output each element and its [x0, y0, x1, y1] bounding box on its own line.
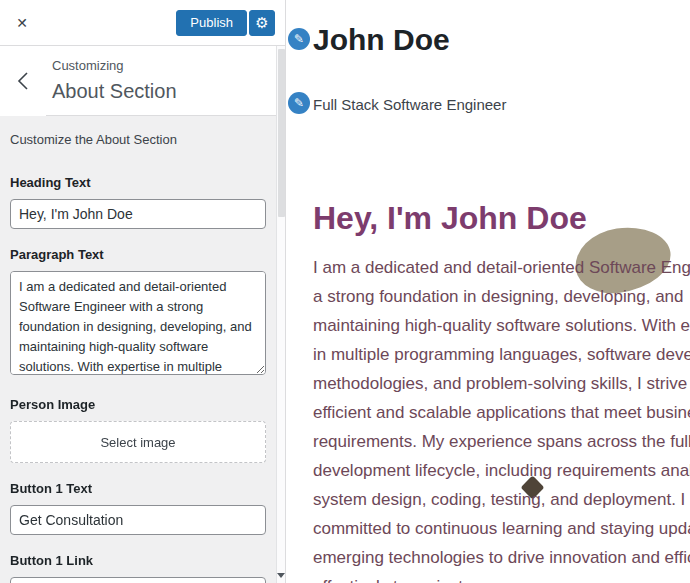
paragraph-line: a strong foundation in designing, develo…	[313, 282, 690, 311]
site-preview: ✎ John Doe ✎ Full Stack Software Enginee…	[286, 0, 690, 583]
paragraph-line: I am a dedicated and detail-oriented Sof…	[313, 253, 690, 282]
person-image-control: Person Image Select image	[10, 397, 266, 463]
button1-text-label: Button 1 Text	[10, 481, 266, 496]
tagline-row: ✎ Full Stack Software Engineer	[313, 94, 690, 116]
customizer-app: ✕ Publish ⚙ Customizing About Section Cu…	[0, 0, 690, 583]
gear-icon: ⚙	[255, 15, 268, 30]
button1-link-control: Button 1 Link	[10, 553, 266, 583]
paragraph-line: requirements. My experience spans across…	[313, 427, 690, 456]
close-button[interactable]: ✕	[0, 0, 44, 45]
section-titles: Customizing About Section	[46, 58, 177, 103]
select-image-button[interactable]: Select image	[10, 421, 266, 463]
customizer-sidebar: ✕ Publish ⚙ Customizing About Section Cu…	[0, 0, 286, 583]
section-header: Customizing About Section	[0, 46, 285, 116]
section-title: About Section	[52, 80, 177, 103]
button1-text-input[interactable]	[10, 505, 266, 535]
edit-site-title-button[interactable]: ✎	[288, 28, 310, 50]
scrollbar-thumb[interactable]	[278, 49, 285, 217]
pencil-icon: ✎	[294, 97, 304, 109]
paragraph-line: effectively to project success.	[313, 572, 690, 583]
publish-group: Publish ⚙	[176, 10, 285, 36]
publish-settings-button[interactable]: ⚙	[249, 10, 275, 36]
controls-list: Heading Text Paragraph Text I am a dedic…	[0, 157, 276, 583]
heading-text-input[interactable]	[10, 199, 266, 229]
about-heading: Hey, I'm John Doe	[313, 200, 690, 237]
button1-link-input[interactable]	[10, 577, 266, 583]
heading-text-control: Heading Text	[10, 175, 266, 229]
publish-button[interactable]: Publish	[176, 10, 247, 36]
customizer-topbar: ✕ Publish ⚙	[0, 0, 285, 46]
section-description: Customize the About Section	[0, 116, 276, 157]
button1-link-label: Button 1 Link	[10, 553, 266, 568]
paragraph-line: committed to continuous learning and sta…	[313, 514, 690, 543]
site-title-row: ✎ John Doe	[313, 22, 690, 57]
person-image-label: Person Image	[10, 397, 266, 412]
paragraph-line: system design, coding, testing, and depl…	[313, 485, 690, 514]
back-button[interactable]	[0, 46, 46, 116]
paragraph-text-label: Paragraph Text	[10, 247, 266, 262]
close-icon: ✕	[16, 15, 28, 31]
paragraph-textarea[interactable]: I am a dedicated and detail-oriented Sof…	[10, 271, 266, 375]
paragraph-text-control: Paragraph Text I am a dedicated and deta…	[10, 247, 266, 379]
paragraph-line: maintaining high-quality software soluti…	[313, 311, 690, 340]
customizing-kicker: Customizing	[52, 58, 177, 73]
about-paragraph: I am a dedicated and detail-oriented Sof…	[313, 253, 690, 583]
paragraph-line: in multiple programming languages, softw…	[313, 340, 690, 369]
paragraph-line: efficient and scalable applications that…	[313, 398, 690, 427]
edit-tagline-button[interactable]: ✎	[288, 92, 310, 114]
site-title: John Doe	[313, 22, 690, 57]
heading-text-label: Heading Text	[10, 175, 266, 190]
chevron-left-icon	[16, 71, 30, 91]
controls-panel: Customize the About Section Heading Text…	[0, 116, 285, 583]
site-tagline: Full Stack Software Engineer	[313, 94, 690, 116]
paragraph-line: development lifecycle, including require…	[313, 456, 690, 485]
pencil-icon: ✎	[294, 33, 304, 45]
scrollbar-down-arrow[interactable]	[277, 573, 285, 579]
button1-text-control: Button 1 Text	[10, 481, 266, 535]
paragraph-line: methodologies, and problem-solving skill…	[313, 369, 690, 398]
sidebar-scrollbar[interactable]	[276, 46, 285, 583]
paragraph-line: emerging technologies to drive innovatio…	[313, 543, 690, 572]
